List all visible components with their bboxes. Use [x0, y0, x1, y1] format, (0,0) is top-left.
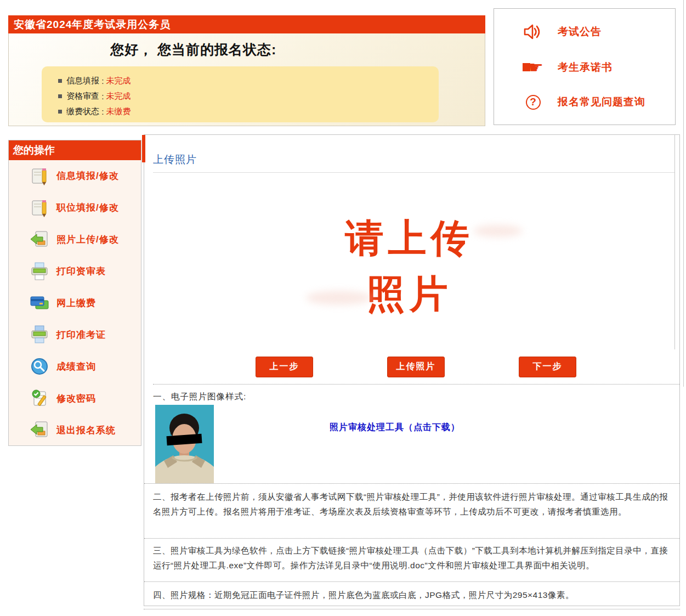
- bottom-dotted-divider: [144, 609, 680, 609]
- quick-link-label: 考试公告: [558, 25, 602, 39]
- notepad-check-icon: [30, 388, 49, 408]
- sidebar-item-label: 成绩查询: [56, 360, 96, 373]
- status-label: 缴费状态: [66, 106, 99, 117]
- operations-sidebar: 您的操作 信息填报/修改 职位填报/修改: [8, 140, 141, 446]
- next-step-button[interactable]: 下一步: [519, 357, 576, 377]
- printer-icon: [30, 262, 49, 281]
- sidebar-item-info-fill[interactable]: 信息填报/修改: [9, 160, 141, 192]
- sidebar-item-exit-system[interactable]: 退出报名系统: [9, 414, 141, 446]
- status-separator: :: [99, 76, 106, 86]
- wizard-buttons-row: 上一步 上传照片 下一步: [153, 349, 679, 385]
- sidebar-item-label: 修改密码: [56, 392, 96, 405]
- sidebar-item-score-query[interactable]: 成绩查询: [9, 351, 141, 382]
- sidebar-item-position-fill[interactable]: 职位填报/修改: [9, 192, 141, 224]
- exam-title-bar: 安徽省2024年度考试录用公务员: [8, 15, 485, 33]
- photo-sample-section: 一、电子照片图像样式: 照片审核处理工具（点击下载）: [144, 385, 679, 484]
- square-bullet-icon: [58, 110, 62, 114]
- placeholder-text-line2: 照片: [367, 266, 452, 322]
- sidebar-item-online-payment[interactable]: 网上缴费: [9, 287, 141, 319]
- photo-tool-download-link[interactable]: 照片审核处理工具（点击下载）: [330, 422, 460, 433]
- status-panel-body: 您好， 您当前的报名状态: 信息填报 : 未完成 资格审查 : 未完成 缴费状态…: [8, 33, 485, 126]
- link-registration-faq[interactable]: ? 报名常见问题查询: [520, 95, 675, 110]
- sidebar-item-label: 照片上传/修改: [56, 233, 119, 246]
- doc-pencil-icon: [30, 198, 49, 218]
- speaker-icon: [520, 24, 546, 40]
- status-value: 未缴费: [106, 106, 131, 117]
- status-label: 资格审查: [66, 91, 99, 101]
- question-glyph: ?: [526, 95, 541, 110]
- quick-links-panel: 考试公告 ☛ 考生承诺书 ? 报名常见问题查询: [494, 8, 676, 125]
- sidebar-item-print-review-form[interactable]: 打印资审表: [9, 256, 141, 287]
- upload-top-box: 上传照片 请上传 照片: [144, 135, 675, 349]
- sidebar-item-label: 信息填报/修改: [56, 169, 119, 182]
- section1-title: 一、电子照片图像样式:: [153, 391, 679, 403]
- sample-id-photo: [155, 405, 214, 483]
- sidebar-item-label: 打印资审表: [56, 265, 106, 278]
- jpeg-smudge: [473, 225, 523, 237]
- page-title: 上传照片: [153, 154, 197, 165]
- status-separator: :: [99, 107, 106, 116]
- doc-arrow-icon: [30, 420, 49, 440]
- quick-link-label: 考生承诺书: [558, 60, 613, 75]
- status-label: 信息填报: [66, 76, 99, 86]
- square-bullet-icon: [58, 94, 62, 98]
- upload-photo-main: 上传照片 请上传 照片 上一步 上传照片 下一步 一、电子照片图像样式: 照片: [144, 134, 680, 606]
- sidebar-item-print-admission-ticket[interactable]: 打印准考证: [9, 319, 141, 351]
- instruction-paragraph-3: 三、照片审核工具为绿色软件，点击上方下载链接“照片审核处理工具（点击下载）”下载…: [144, 539, 679, 582]
- status-box: 信息填报 : 未完成 资格审查 : 未完成 缴费状态 : 未缴费: [42, 66, 439, 122]
- status-value: 未完成: [106, 76, 131, 86]
- link-exam-announcement[interactable]: 考试公告: [520, 24, 675, 40]
- bank-cards-icon: [30, 293, 49, 313]
- sidebar-item-change-password[interactable]: 修改密码: [9, 382, 141, 414]
- jpeg-smudge: [306, 291, 372, 305]
- status-row-info: 信息填报 : 未完成: [58, 73, 439, 88]
- sidebar-item-photo-upload[interactable]: 照片上传/修改: [9, 224, 141, 256]
- sidebar-item-label: 退出报名系统: [56, 424, 116, 437]
- question-icon: ?: [520, 95, 546, 110]
- greeting-text: 您好， 您当前的报名状态:: [110, 41, 485, 59]
- sidebar-item-label: 打印准考证: [56, 329, 106, 341]
- page-right-edge: [683, 0, 684, 387]
- hand-glyph: ☛: [529, 59, 543, 76]
- previous-step-button[interactable]: 上一步: [256, 357, 313, 377]
- status-separator: :: [99, 92, 106, 101]
- hand-pointer-icon: ☛: [520, 59, 546, 76]
- sidebar-header: 您的操作: [9, 140, 141, 160]
- content-accent-bar: [142, 135, 145, 162]
- doc-pencil-icon: [30, 166, 49, 186]
- sidebar-item-label: 职位填报/修改: [56, 201, 119, 214]
- status-row-payment: 缴费状态 : 未缴费: [58, 104, 439, 119]
- square-bullet-icon: [58, 79, 62, 83]
- instruction-paragraph-4: 四、照片规格：近期免冠正面电子证件照片，照片底色为蓝底或白底，JPG格式，照片尺…: [144, 582, 679, 604]
- sidebar-item-label: 网上缴费: [56, 297, 96, 309]
- status-value: 未完成: [106, 91, 131, 101]
- sidebar-items: 信息填报/修改 职位填报/修改 照片上传/修改: [9, 160, 141, 446]
- placeholder-text-line1: 请上传: [345, 210, 474, 266]
- magnifier-icon: [30, 357, 49, 376]
- title-row: 上传照片: [144, 135, 674, 172]
- printer-icon: [30, 325, 49, 344]
- upload-photo-button[interactable]: 上传照片: [387, 357, 445, 377]
- status-row-qualification: 资格审查 : 未完成: [58, 88, 439, 104]
- registration-status-panel: 安徽省2024年度考试录用公务员 您好， 您当前的报名状态: 信息填报 : 未完…: [8, 15, 485, 126]
- doc-arrow-icon: [30, 230, 49, 250]
- photo-placeholder-area: 请上传 照片: [144, 173, 674, 349]
- quick-link-label: 报名常见问题查询: [558, 95, 645, 109]
- link-candidate-commitment[interactable]: ☛ 考生承诺书: [520, 59, 675, 76]
- instruction-paragraph-2: 二、报考者在上传照片前，须从安徽省人事考试网下载“照片审核处理工具”，并使用该软…: [144, 484, 679, 539]
